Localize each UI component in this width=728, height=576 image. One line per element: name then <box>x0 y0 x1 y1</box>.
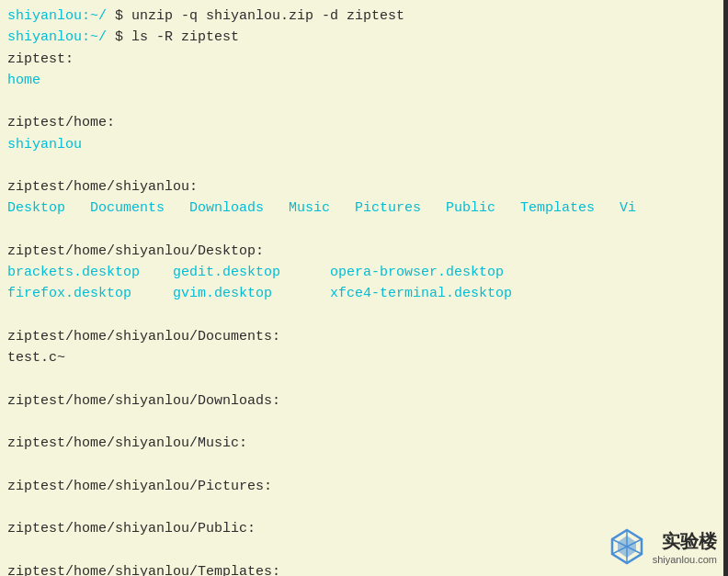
watermark: 实验楼 shiyanlou.com <box>609 528 717 565</box>
empty-line <box>7 497 721 518</box>
watermark-sub-text: shiyanlou.com <box>653 554 717 565</box>
empty-line <box>7 454 721 475</box>
terminal-text: ziptest/home/shiyanlou/Templates: <box>7 564 280 577</box>
empty-line <box>7 412 721 433</box>
terminal-text: ziptest/home/shiyanlou/Pictures: <box>7 479 272 494</box>
terminal-text: home <box>7 73 40 88</box>
terminal-text: shiyanlou:~/ <box>7 29 107 45</box>
empty-line <box>7 368 721 390</box>
terminal-text: test.c~ <box>7 350 65 366</box>
empty-line <box>7 220 721 241</box>
terminal-line: shiyanlou:~/ $ ls -R ziptest <box>7 27 721 48</box>
terminal-line: ziptest/home: <box>7 112 721 133</box>
terminal: shiyanlou:~/ $ unzip -q shiyanlou.zip -d… <box>0 0 728 576</box>
right-border <box>723 0 728 576</box>
empty-line <box>7 155 721 176</box>
terminal-text: ziptest/home/shiyanlou: <box>7 179 198 195</box>
terminal-text: brackets.desktop gedit.desktop opera-bro… <box>7 265 504 280</box>
terminal-line: firefox.desktop gvim.desktop xfce4-termi… <box>7 283 721 304</box>
terminal-text: ziptest: <box>7 51 74 67</box>
terminal-text: shiyanlou <box>7 137 82 152</box>
terminal-text: ziptest/home/shiyanlou/Desktop: <box>7 243 264 259</box>
terminal-text: firefox.desktop gvim.desktop xfce4-termi… <box>7 286 512 301</box>
terminal-line: ziptest/home/shiyanlou: <box>7 176 721 198</box>
terminal-line: ziptest/home/shiyanlou/Desktop: <box>7 241 721 262</box>
empty-line <box>7 91 721 112</box>
watermark-main-text: 实验楼 <box>662 529 717 554</box>
terminal-line: ziptest/home/shiyanlou/Downloads: <box>7 390 721 412</box>
terminal-line: ziptest: <box>7 49 721 70</box>
terminal-text: Desktop Documents Downloads Music Pictur… <box>7 200 636 216</box>
terminal-line: ziptest/home/shiyanlou/Music: <box>7 433 721 454</box>
terminal-line: ziptest/home/shiyanlou/Documents: <box>7 326 721 347</box>
terminal-text: $ ls -R ziptest <box>107 29 239 45</box>
terminal-line: shiyanlou:~/ $ unzip -q shiyanlou.zip -d… <box>7 6 721 27</box>
terminal-line: brackets.desktop gedit.desktop opera-bro… <box>7 262 721 283</box>
terminal-text: ziptest/home/shiyanlou/Public: <box>7 521 256 536</box>
terminal-text: ziptest/home/shiyanlou/Downloads: <box>7 393 280 409</box>
terminal-text: ziptest/home/shiyanlou/Music: <box>7 435 247 451</box>
watermark-text: 实验楼 shiyanlou.com <box>653 529 717 565</box>
terminal-text: shiyanlou:~/ <box>7 8 107 24</box>
watermark-icon <box>609 528 645 565</box>
terminal-line: Desktop Documents Downloads Music Pictur… <box>7 198 721 219</box>
terminal-line: shiyanlou <box>7 134 721 155</box>
terminal-line: home <box>7 70 721 91</box>
empty-line <box>7 305 721 326</box>
terminal-text: ziptest/home/shiyanlou/Documents: <box>7 329 280 344</box>
terminal-line: ziptest/home/shiyanlou/Pictures: <box>7 476 721 497</box>
terminal-text: $ unzip -q shiyanlou.zip -d ziptest <box>107 8 404 24</box>
terminal-text: ziptest/home: <box>7 115 115 130</box>
terminal-line: test.c~ <box>7 347 721 368</box>
